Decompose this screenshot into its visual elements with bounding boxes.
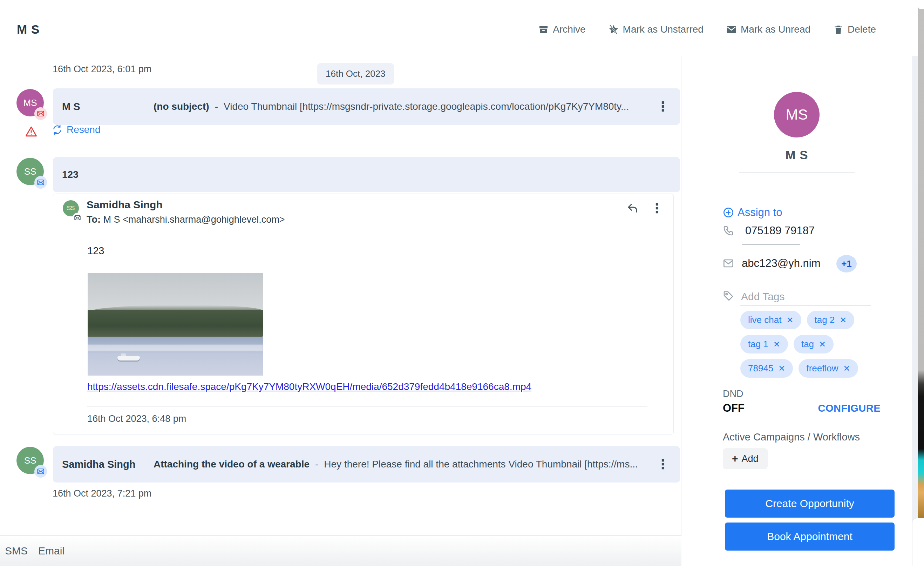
- trash-icon: [833, 24, 844, 35]
- tag-list: live chat ✕ tag 2 ✕ tag 1 ✕ tag ✕ 78945 …: [740, 311, 877, 378]
- message-menu-icon[interactable]: ⋮: [654, 100, 672, 113]
- email-channel-badge: [34, 107, 47, 120]
- email-icon: [723, 258, 734, 269]
- contact-phone[interactable]: 075189 79187: [745, 224, 814, 237]
- reply-button[interactable]: [626, 202, 639, 215]
- create-opportunity-button[interactable]: Create Opportunity: [725, 489, 894, 518]
- email-underline: [742, 277, 872, 277]
- email-menu-icon[interactable]: ⋮: [648, 202, 666, 215]
- plus-circle-icon: [723, 207, 734, 218]
- email-message-card: SS Samidha Singh To: M S <maharshi.sharm…: [53, 194, 674, 435]
- message-menu-icon[interactable]: ⋮: [654, 458, 672, 471]
- message-subject: (no subject): [153, 101, 209, 112]
- send-failed-warning-icon: [25, 126, 37, 137]
- avatar-initials: MS: [24, 98, 37, 108]
- star-slash-icon: [608, 24, 619, 35]
- message-row-collapsed[interactable]: Samidha Singh Attaching the video of a w…: [53, 446, 680, 482]
- assign-to-button[interactable]: Assign to: [723, 206, 782, 219]
- attachment-link[interactable]: https://assets.cdn.filesafe.space/pKg7Ky…: [87, 381, 531, 392]
- message-row-collapsed[interactable]: 123: [53, 157, 680, 192]
- to-value: M S <maharshi.sharma@gohighlevel.com>: [104, 214, 285, 225]
- email-channel-badge: [72, 213, 82, 223]
- remove-tag-icon[interactable]: ✕: [778, 364, 785, 374]
- message-sender: Samidha Singh: [62, 459, 148, 470]
- subject-separator: -: [315, 459, 318, 470]
- envelope-icon: [74, 214, 81, 221]
- tag-pill[interactable]: freeflow ✕: [798, 359, 858, 378]
- tab-email[interactable]: Email: [37, 543, 66, 559]
- attachment-image[interactable]: [88, 273, 263, 375]
- remove-tag-icon[interactable]: ✕: [840, 315, 846, 325]
- envelope-icon: [726, 24, 737, 35]
- message-timestamp: 16th Oct 2023, 7:21 pm: [52, 488, 152, 499]
- tag-pill[interactable]: live chat ✕: [740, 311, 801, 329]
- tag-icon: [723, 290, 734, 302]
- message-title: 123: [62, 169, 78, 180]
- page-title: M S: [17, 23, 40, 36]
- envelope-icon: [37, 467, 45, 475]
- tab-sms[interactable]: SMS: [3, 543, 29, 559]
- mark-unread-button[interactable]: Mark as Unread: [726, 24, 810, 35]
- remove-tag-icon[interactable]: ✕: [773, 339, 780, 349]
- email-recipient-line: To: M S <maharshi.sharma@gohighlevel.com…: [87, 214, 285, 225]
- add-label: Add: [742, 453, 759, 464]
- message-timestamp: 16th Oct 2023, 6:01 pm: [52, 64, 152, 75]
- assign-to-label: Assign to: [738, 206, 782, 219]
- tag-label: tag 2: [814, 315, 835, 326]
- message-preview: Hey there! Please find all the attachmen…: [324, 459, 648, 470]
- archive-icon: [538, 24, 549, 35]
- screen-edge-image-sliver: [918, 0, 924, 518]
- delete-label: Delete: [848, 24, 876, 35]
- contact-name: M S: [681, 148, 912, 162]
- message-subject: Attaching the video of a wearable: [153, 459, 309, 470]
- scrollbar-track[interactable]: [912, 3, 918, 566]
- email-body-text: 123: [87, 245, 104, 257]
- tag-label: 78945: [748, 363, 773, 374]
- message-row-collapsed[interactable]: M S (no subject) - Video Thumbnail [http…: [53, 89, 680, 125]
- email-sender-name: Samidha Singh: [87, 199, 163, 211]
- tag-pill[interactable]: tag ✕: [794, 335, 834, 353]
- email-channel-badge: [34, 176, 47, 189]
- avatar-initials: MS: [786, 106, 808, 123]
- active-campaigns-label: Active Campaigns / Workflows: [723, 431, 860, 443]
- mark-unstarred-button[interactable]: Mark as Unstarred: [608, 24, 704, 35]
- envelope-icon: [37, 179, 45, 186]
- email-timestamp: 16th Oct 2023, 6:48 pm: [87, 413, 186, 424]
- date-chip: 16th Oct, 2023: [317, 63, 394, 84]
- sidebar-divider: [739, 173, 855, 173]
- email-channel-badge: [34, 465, 47, 477]
- add-campaign-button[interactable]: + Add: [723, 448, 768, 469]
- message-sender: M S: [62, 101, 148, 113]
- subject-separator: -: [215, 101, 218, 112]
- conversation-screen: M S Archive Mark as Unstarred Mark as Un…: [0, 0, 924, 566]
- contact-email[interactable]: abc123@yh.nim: [742, 257, 820, 270]
- reply-icon: [626, 202, 639, 215]
- more-emails-badge[interactable]: +1: [836, 255, 857, 272]
- image-boat: [117, 356, 140, 360]
- image-trees: [88, 310, 263, 337]
- dnd-label: DND: [723, 389, 744, 399]
- resend-button[interactable]: Resend: [52, 124, 100, 135]
- plus-icon: +: [732, 453, 738, 465]
- remove-tag-icon[interactable]: ✕: [819, 339, 826, 349]
- avatar-initials: SS: [24, 166, 36, 177]
- tag-pill[interactable]: 78945 ✕: [740, 359, 793, 378]
- delete-button[interactable]: Delete: [833, 24, 876, 35]
- remove-tag-icon[interactable]: ✕: [786, 315, 793, 325]
- remove-tag-icon[interactable]: ✕: [843, 364, 850, 374]
- tag-label: tag 1: [748, 339, 768, 350]
- add-tags-input[interactable]: [740, 288, 871, 305]
- tag-label: live chat: [748, 315, 782, 326]
- envelope-error-icon: [37, 110, 45, 117]
- book-appointment-button[interactable]: Book Appointment: [725, 522, 894, 551]
- archive-button[interactable]: Archive: [538, 24, 585, 35]
- image-light-streak: [88, 345, 263, 351]
- dnd-configure-button[interactable]: CONFIGURE: [723, 402, 880, 414]
- mark-unread-label: Mark as Unread: [741, 24, 810, 35]
- tag-pill[interactable]: tag 1 ✕: [740, 335, 788, 353]
- email-card-actions: ⋮: [626, 202, 666, 215]
- phone-underline: [742, 245, 800, 245]
- edge-notch-bottom: [912, 518, 924, 566]
- tag-pill[interactable]: tag 2 ✕: [807, 311, 855, 329]
- avatar-initials: SS: [67, 205, 75, 212]
